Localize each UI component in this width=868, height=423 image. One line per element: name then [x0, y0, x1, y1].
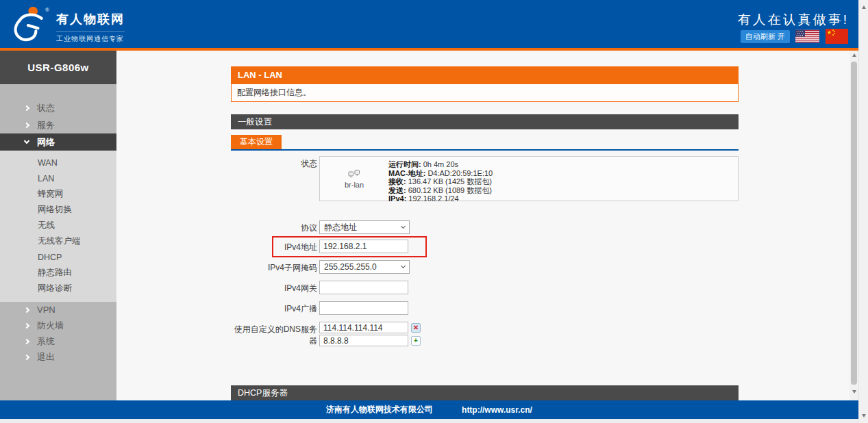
chevron-right-icon — [24, 122, 29, 127]
sidebar-subitem-lan[interactable]: LAN — [0, 170, 116, 186]
sidebar-subitem-static-route[interactable]: 静态路由 — [0, 265, 116, 281]
chevron-down-icon — [401, 264, 406, 268]
gateway-row: IPv4网关 — [231, 281, 408, 294]
dns-input-1[interactable] — [319, 322, 408, 333]
tab-underline — [231, 149, 739, 151]
gateway-input[interactable] — [319, 281, 408, 294]
status-label: 状态 — [231, 156, 317, 170]
sidebar-item-label: VPN — [37, 305, 55, 315]
sidebar-subitem-wan[interactable]: WAN — [0, 155, 116, 170]
dns-label: 使用自定义的DNS服务器 — [231, 322, 317, 347]
logo-title: 有人物联网 — [56, 11, 125, 27]
device-model-title: USR-G806w — [0, 51, 116, 84]
status-line-uptime: 运行时间:0h 4m 20s — [388, 160, 493, 169]
ipv4-address-label: IPv4地址 — [231, 240, 317, 253]
sidebar-item-label: 退出 — [37, 351, 55, 363]
dns-row: 使用自定义的DNS服务器 ✕ + — [231, 322, 421, 347]
ipv4-address-row: IPv4地址 — [231, 240, 408, 253]
registered-mark: ® — [45, 7, 49, 13]
content-scroll-thumb[interactable] — [851, 62, 857, 385]
slogan-text: 有人在认真做事! — [738, 11, 849, 29]
sidebar-item-services[interactable]: 服务 — [0, 116, 116, 133]
chevron-right-icon — [24, 307, 29, 312]
ipv4-address-input[interactable] — [319, 240, 408, 253]
sidebar-item-label: 网络 — [37, 136, 55, 149]
chevron-right-icon — [24, 338, 29, 344]
dns-input-2[interactable] — [319, 335, 408, 346]
section-header-general-settings: 一般设置 — [231, 114, 739, 129]
sidebar-item-network[interactable]: 网络 — [0, 133, 116, 151]
sidebar: USR-G806w 状态 服务 网络 WAN LAN 蜂窝网 网络切换 无线 无… — [0, 51, 116, 400]
main-content: LAN - LAN 配置网络接口信息。 一般设置 基本设置 状态 br-lan — [116, 51, 850, 400]
header: ® 有人物联网 工业物联网通信专家 有人在认真做事! 自动刷新 开 — [0, 0, 858, 48]
sidebar-item-label: 服务 — [37, 119, 55, 131]
netmask-row: IPv4子网掩码 255.255.255.0 — [231, 260, 410, 274]
interface-status-box: br-lan 运行时间:0h 4m 20s MAC-地址:D4:AD:20:59… — [319, 156, 739, 201]
dns-add-button[interactable]: + — [411, 336, 421, 346]
bridge-interface-icon — [348, 169, 360, 179]
page: ® 有人物联网 工业物联网通信专家 有人在认真做事! 自动刷新 开 — [0, 0, 868, 423]
logo: ® 有人物联网 工业物联网通信专家 — [10, 4, 125, 44]
sidebar-item-system[interactable]: 系统 — [0, 333, 116, 349]
chevron-right-icon — [24, 105, 29, 110]
broadcast-label: IPv4广播 — [231, 301, 317, 315]
chevron-down-icon — [401, 224, 406, 229]
protocol-select[interactable]: 静态地址 — [319, 220, 410, 234]
gateway-label: IPv4网关 — [231, 281, 317, 294]
usr-mascot-logo-icon: ® — [10, 4, 48, 42]
protocol-row: 协议 静态地址 — [231, 220, 410, 234]
interface-name: br-lan — [345, 181, 364, 189]
chevron-right-icon — [24, 354, 29, 359]
footer-company: 济南有人物联网技术有限公司 — [326, 404, 433, 415]
tab-basic-settings[interactable]: 基本设置 — [231, 135, 282, 149]
section-header-dhcp-server: DHCP服务器 — [231, 385, 739, 400]
sidebar-item-label: 系统 — [37, 335, 55, 348]
content-scrollbar[interactable] — [850, 51, 858, 400]
auto-refresh-toggle[interactable]: 自动刷新 开 — [741, 30, 790, 43]
sidebar-subitem-network-diagnostics[interactable]: 网络诊断 — [0, 281, 116, 296]
sidebar-item-logout[interactable]: 退出 — [0, 349, 116, 365]
window-scroll-down-button[interactable] — [859, 411, 868, 420]
sidebar-subitem-wireless[interactable]: 无线 — [0, 218, 116, 233]
protocol-label: 协议 — [231, 220, 317, 234]
sidebar-subitem-cellular[interactable]: 蜂窝网 — [0, 186, 116, 202]
sidebar-item-firewall[interactable]: 防火墙 — [0, 318, 116, 333]
netmask-select[interactable]: 255.255.255.0 — [319, 260, 410, 274]
logo-subtitle: 工业物联网通信专家 — [56, 31, 125, 44]
chinese-language-flag-icon[interactable] — [825, 29, 849, 44]
network-submenu: WAN LAN 蜂窝网 网络切换 无线 无线客户端 DHCP 静态路由 网络诊断 — [0, 151, 116, 302]
window-scroll-up-button[interactable] — [859, 3, 868, 12]
sidebar-item-label: 防火墙 — [37, 320, 64, 332]
status-line-rx: 接收:136.47 KB (1425 数据包) — [388, 177, 493, 186]
footer: 济南有人物联网技术有限公司 http://www.usr.cn/ — [0, 400, 858, 419]
sidebar-subitem-wireless-client[interactable]: 无线客户端 — [0, 233, 116, 249]
chevron-down-icon — [24, 138, 29, 144]
sidebar-item-status[interactable]: 状态 — [0, 99, 116, 116]
page-description: 配置网络接口信息。 — [231, 84, 739, 102]
page-title: LAN - LAN — [231, 66, 739, 84]
status-line-ipv4: IPv4:192.168.2.1/24 — [388, 194, 493, 203]
status-line-mac: MAC-地址:D4:AD:20:59:1E:10 — [388, 169, 493, 178]
footer-url-link[interactable]: http://www.usr.cn/ — [462, 405, 532, 415]
sidebar-item-label: 状态 — [37, 102, 55, 114]
status-row: 状态 br-lan 运行时间:0h 4m 20s MAC-地址:D4:AD:20… — [231, 156, 739, 201]
content-scroll-down-button[interactable] — [850, 387, 858, 396]
status-line-tx: 发送:680.12 KB (1089 数据包) — [388, 186, 493, 195]
window-scrollbar[interactable] — [858, 0, 868, 423]
sidebar-item-vpn[interactable]: VPN — [0, 302, 116, 318]
broadcast-row: IPv4广播 — [231, 301, 408, 315]
netmask-label: IPv4子网掩码 — [231, 260, 317, 274]
broadcast-input[interactable] — [319, 301, 408, 315]
content-scroll-up-button[interactable] — [850, 51, 858, 60]
sidebar-subitem-dhcp[interactable]: DHCP — [0, 249, 116, 265]
english-language-flag-icon[interactable] — [795, 29, 819, 44]
sidebar-subitem-network-switch[interactable]: 网络切换 — [0, 202, 116, 218]
chevron-right-icon — [24, 322, 29, 328]
dns-remove-button[interactable]: ✕ — [411, 323, 421, 333]
